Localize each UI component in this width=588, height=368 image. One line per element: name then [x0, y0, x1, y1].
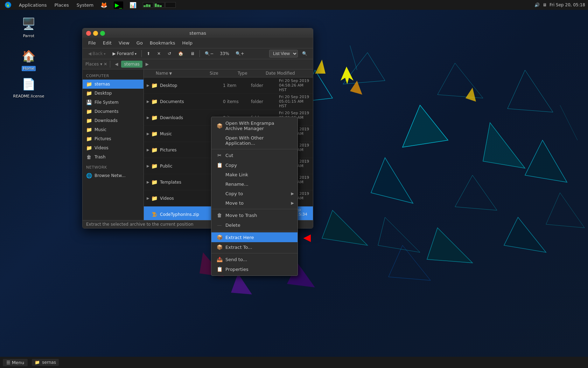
location-forward-button[interactable]: ▶ — [144, 61, 150, 67]
sidebar-item-music[interactable]: 📁 Music — [83, 125, 144, 134]
taskbar-menu-button[interactable]: ☰ Menu — [3, 359, 28, 366]
sidebar-item-videos[interactable]: 📁 Videos — [83, 143, 144, 152]
expand-icon: ▶ — [147, 100, 151, 103]
cm-send-to[interactable]: 📤 Send to... — [211, 254, 298, 264]
menu-bookmarks[interactable]: Bookmarks — [147, 39, 178, 47]
name-header-label: Name — [156, 71, 168, 76]
menu-file[interactable]: File — [85, 39, 99, 47]
taskbar-top-right: 🔊 🖥 Fri Sep 20, 05:18 — [534, 2, 585, 7]
menu-edit[interactable]: Edit — [100, 39, 114, 47]
close-button[interactable] — [86, 31, 91, 36]
status-text: Extract the selected archive to the curr… — [86, 222, 194, 227]
sidebar-item-documents[interactable]: 📁 Documents — [83, 107, 144, 116]
cm-make-link[interactable]: Make Link — [211, 170, 298, 179]
menu-help[interactable]: Help — [179, 39, 195, 47]
terminal-icon[interactable]: ▶_ — [112, 1, 124, 9]
stop-button[interactable]: ✕ — [154, 50, 163, 57]
zoom-value: 33% — [218, 50, 231, 57]
cm-extract-here[interactable]: 📦 Extract Here ◀ — [211, 232, 298, 242]
loc-sep — [110, 61, 110, 68]
menu-icon: ☰ — [6, 360, 10, 365]
cm-open-engrampa-label: Open With Engrampa Archive Manager — [225, 121, 293, 131]
sidebar-item-browse-network[interactable]: 🌐 Browse Netw... — [83, 171, 144, 180]
sidebar-item-pictures-label: Pictures — [94, 136, 111, 141]
toolbar: ◀ Back ▾ ▶ Forward ▾ ⬆ ✕ ↺ 🏠 — [83, 48, 313, 59]
sidebar-item-documents-label: Documents — [94, 109, 118, 114]
cm-copy-to-label: Copy to — [225, 191, 243, 196]
file-date: Fri 20 Sep 2019 04:58:26 AM HST — [279, 79, 310, 92]
cm-extract-to[interactable]: 📦 Extract To... — [211, 242, 298, 252]
taskbar-window-item[interactable]: 📁 sernas — [32, 359, 59, 366]
cm-rename[interactable]: Rename... — [211, 179, 298, 189]
svg-marker-22 — [388, 245, 430, 280]
home-icon: 🏠 — [20, 48, 37, 64]
file-name: Documents — [160, 99, 223, 104]
file-row[interactable]: ▶ 📁 Desktop 1 item folder Fri 20 Sep 201… — [144, 77, 313, 94]
home-button[interactable]: 🏠 — [175, 50, 186, 57]
app3-icon[interactable]: 📊 — [128, 1, 138, 9]
applications-menu[interactable]: Applications — [17, 2, 49, 8]
sidebar-item-trash[interactable]: 🗑 Trash — [83, 152, 144, 162]
videos-folder-icon: 📁 — [86, 145, 92, 151]
back-button[interactable]: ◀ Back ▾ — [85, 50, 108, 57]
folder-icon: 📁 — [151, 179, 158, 186]
delete-icon: — — [216, 222, 223, 228]
minimize-button[interactable] — [93, 31, 98, 36]
svg-marker-7 — [455, 175, 497, 210]
sidebar-item-desktop[interactable]: 📁 Desktop — [83, 89, 144, 98]
parrot-desktop-icon[interactable]: 🖥️ Parrot — [15, 13, 43, 40]
places-menu[interactable]: Places — [52, 2, 71, 8]
sidebar-item-sernas[interactable]: 📁 sternas — [83, 80, 144, 89]
cm-cut-label: Cut — [225, 153, 233, 158]
menu-go[interactable]: Go — [134, 39, 146, 47]
places-close-icon[interactable]: ✕ — [104, 62, 107, 67]
cm-move-to[interactable]: Move to ▶ — [211, 198, 298, 208]
cm-extract-to-label: Extract To... — [225, 245, 252, 250]
applications-label: Applications — [19, 2, 47, 8]
name-column-header[interactable]: Name ▼ — [156, 71, 172, 76]
computer-button[interactable]: 🖥 — [188, 50, 197, 57]
type-column-header[interactable]: Type — [238, 71, 266, 76]
location-back-button[interactable]: ◀ — [113, 61, 120, 67]
menu-label: Menu — [12, 360, 24, 365]
svg-marker-12 — [504, 217, 546, 252]
system-menu[interactable]: System — [75, 2, 96, 8]
copy-icon: 📋 — [216, 162, 223, 168]
window-taskbar-icon: 📁 — [35, 360, 40, 365]
cm-open-engrampa[interactable]: 📦 Open With Engrampa Archive Manager — [211, 118, 298, 133]
breadcrumb-item-sernas[interactable]: sternas — [121, 61, 142, 68]
zoom-in-button[interactable]: 🔍+ — [233, 50, 247, 57]
forward-button[interactable]: ▶ Forward ▾ — [110, 50, 139, 57]
size-column-header[interactable]: Size — [210, 71, 238, 76]
sidebar-item-downloads[interactable]: 📁 Downloads — [83, 116, 144, 125]
folder-icon: 📁 — [151, 195, 158, 202]
sidebar-item-trash-label: Trash — [94, 155, 106, 159]
cm-cut[interactable]: ✂ Cut — [211, 150, 298, 160]
reload-button[interactable]: ↺ — [165, 50, 174, 57]
computer-icon: 🖥 — [190, 51, 195, 56]
maximize-button[interactable] — [100, 31, 105, 36]
red-arrow-indicator: ◀ — [303, 232, 311, 243]
date-column-header[interactable]: Date Modified — [266, 71, 310, 76]
up-button[interactable]: ⬆ — [144, 50, 153, 57]
zoom-out-button[interactable]: 🔍− — [202, 50, 216, 57]
view-mode-select[interactable]: List View — [269, 50, 298, 57]
cm-properties[interactable]: 📋 Properties — [211, 264, 298, 274]
speaker-icon: 🔊 — [534, 2, 540, 7]
firefox-icon[interactable]: 🦊 — [99, 1, 109, 9]
cm-copy[interactable]: 📋 Copy — [211, 160, 298, 170]
menu-view[interactable]: View — [116, 39, 132, 47]
sidebar-item-filesystem[interactable]: 💾 File System — [83, 98, 144, 107]
readme-desktop-icon[interactable]: 📄 README.license — [15, 74, 43, 101]
home-desktop-icon[interactable]: 🏠 Home — [15, 46, 43, 73]
cm-delete[interactable]: — Delete — [211, 220, 298, 230]
cm-extract-here-label: Extract Here — [225, 235, 254, 240]
file-row[interactable]: ▶ 📁 Documents 0 items folder Fri 20 Sep … — [144, 94, 313, 110]
parrot-menu[interactable]: 🦜 — [3, 1, 13, 9]
cm-open-other[interactable]: Open With Other Application... — [211, 133, 298, 148]
search-button[interactable]: 🔍 — [299, 50, 310, 57]
reload-icon: ↺ — [168, 51, 171, 56]
sidebar-item-pictures[interactable]: 📁 Pictures — [83, 134, 144, 143]
cm-copy-to[interactable]: Copy to ▶ — [211, 189, 298, 198]
cm-move-to-trash[interactable]: 🗑 Move to Trash — [211, 210, 298, 220]
